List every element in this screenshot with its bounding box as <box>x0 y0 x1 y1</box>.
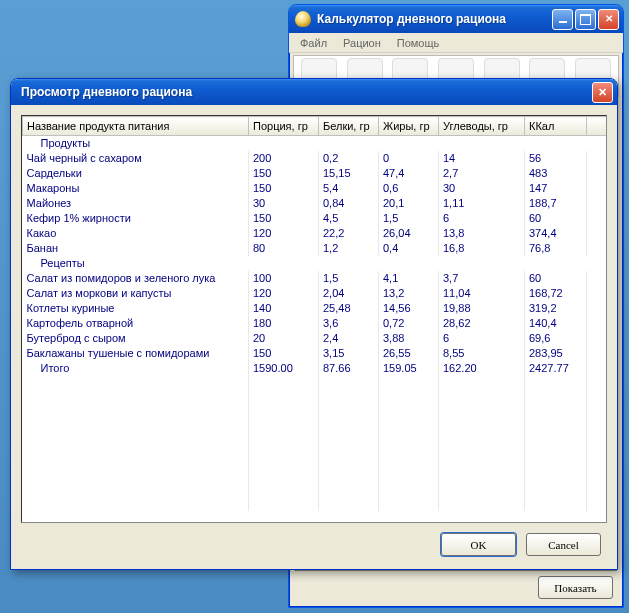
cell-protein: 0,2 <box>319 151 379 166</box>
table-row[interactable]: Салат из моркови и капусты1202,0413,211,… <box>23 286 607 301</box>
cell-name: Картофель отварной <box>23 316 249 331</box>
col-carbs[interactable]: Углеводы, гр <box>439 117 525 136</box>
dialog-titlebar[interactable]: Просмотр дневного рациона <box>11 79 617 105</box>
empty-row <box>23 481 607 496</box>
cell-portion: 150 <box>249 181 319 196</box>
table-row[interactable]: Какао12022,226,0413,8374,4 <box>23 226 607 241</box>
empty-row <box>23 421 607 436</box>
col-protein[interactable]: Белки, гр <box>319 117 379 136</box>
cell-portion: 150 <box>249 166 319 181</box>
cell-portion: 180 <box>249 316 319 331</box>
cell-portion: 20 <box>249 331 319 346</box>
cell-name: Майонез <box>23 196 249 211</box>
cell-fat: 1,5 <box>379 211 439 226</box>
cell-fat: 13,2 <box>379 286 439 301</box>
cell-carbs: 6 <box>439 331 525 346</box>
cell-carbs: 11,04 <box>439 286 525 301</box>
cell-carbs: 30 <box>439 181 525 196</box>
cell-kcal: 147 <box>525 181 587 196</box>
col-name[interactable]: Название продукта питания <box>23 117 249 136</box>
table-row[interactable]: Котлеты куриные14025,4814,5619,88319,2 <box>23 301 607 316</box>
empty-row <box>23 466 607 481</box>
empty-row <box>23 496 607 511</box>
cell-name: Итого <box>23 361 249 376</box>
table-row[interactable]: Макароны1505,40,630147 <box>23 181 607 196</box>
col-fat[interactable]: Жиры, гр <box>379 117 439 136</box>
cell-carbs: 14 <box>439 151 525 166</box>
cell-protein: 3,15 <box>319 346 379 361</box>
cell-portion: 140 <box>249 301 319 316</box>
cell-portion: 150 <box>249 211 319 226</box>
ok-button[interactable]: OK <box>441 533 516 556</box>
cell-name: Кефир 1% жирности <box>23 211 249 226</box>
cell-fat: 0,72 <box>379 316 439 331</box>
table-row[interactable]: Майонез300,8420,11,11188,7 <box>23 196 607 211</box>
cell-name: Чай черный с сахаром <box>23 151 249 166</box>
back-titlebar[interactable]: Калькулятор дневного рациона <box>289 5 623 33</box>
table-row[interactable]: Салат из помидоров и зеленого лука1001,5… <box>23 271 607 286</box>
close-button[interactable] <box>598 9 619 30</box>
cell-carbs: 6 <box>439 211 525 226</box>
cell-protein: 3,6 <box>319 316 379 331</box>
cell-name: Какао <box>23 226 249 241</box>
cell-portion: 100 <box>249 271 319 286</box>
dialog-close-button[interactable] <box>592 82 613 103</box>
table-row[interactable]: Баклажаны тушеные с помидорами1503,1526,… <box>23 346 607 361</box>
cell-carbs: 28,62 <box>439 316 525 331</box>
cell-kcal: 483 <box>525 166 587 181</box>
empty-row <box>23 391 607 406</box>
table-row[interactable]: Итого1590.0087.66159.05162.202427.77 <box>23 361 607 376</box>
col-portion[interactable]: Порция, гр <box>249 117 319 136</box>
cell-portion: 120 <box>249 286 319 301</box>
table-row[interactable]: Банан801,20,416,876,8 <box>23 241 607 256</box>
minimize-button[interactable] <box>552 9 573 30</box>
col-spacer <box>587 117 607 136</box>
cancel-button[interactable]: Cancel <box>526 533 601 556</box>
cell-portion: 120 <box>249 226 319 241</box>
col-kcal[interactable]: ККал <box>525 117 587 136</box>
cell-kcal: 374,4 <box>525 226 587 241</box>
cell-portion: 1590.00 <box>249 361 319 376</box>
cell-fat: 0,4 <box>379 241 439 256</box>
cell-protein: 1,5 <box>319 271 379 286</box>
cell-carbs: 8,55 <box>439 346 525 361</box>
cell-protein: 0,84 <box>319 196 379 211</box>
cell-protein: 2,04 <box>319 286 379 301</box>
cell-name: Баклажаны тушеные с помидорами <box>23 346 249 361</box>
table-row[interactable]: Чай черный с сахаром2000,201456 <box>23 151 607 166</box>
cell-name: Салат из помидоров и зеленого лука <box>23 271 249 286</box>
view-ration-dialog: Просмотр дневного рациона Название проду… <box>10 78 618 570</box>
cell-fat: 159.05 <box>379 361 439 376</box>
table-row[interactable]: Сардельки15015,1547,42,7483 <box>23 166 607 181</box>
table-row[interactable]: Бутерброд с сыром202,43,88669,6 <box>23 331 607 346</box>
menu-ration[interactable]: Рацион <box>336 35 388 51</box>
cell-carbs: 162.20 <box>439 361 525 376</box>
cell-kcal: 168,72 <box>525 286 587 301</box>
cell-kcal: 319,2 <box>525 301 587 316</box>
table-row[interactable]: Кефир 1% жирности1504,51,5660 <box>23 211 607 226</box>
cell-fat: 26,04 <box>379 226 439 241</box>
cell-fat: 0 <box>379 151 439 166</box>
cell-carbs: 19,88 <box>439 301 525 316</box>
section-row: Продукты <box>23 136 607 151</box>
cell-kcal: 188,7 <box>525 196 587 211</box>
cell-name: Бутерброд с сыром <box>23 331 249 346</box>
cell-kcal: 2427.77 <box>525 361 587 376</box>
cell-fat: 14,56 <box>379 301 439 316</box>
cell-name: Салат из моркови и капусты <box>23 286 249 301</box>
table-row[interactable]: Картофель отварной1803,60,7228,62140,4 <box>23 316 607 331</box>
cell-portion: 150 <box>249 346 319 361</box>
menu-file[interactable]: Файл <box>293 35 334 51</box>
ration-grid[interactable]: Название продукта питания Порция, гр Бел… <box>21 115 607 523</box>
menu-help[interactable]: Помощь <box>390 35 447 51</box>
cell-protein: 4,5 <box>319 211 379 226</box>
cell-name: Котлеты куриные <box>23 301 249 316</box>
cell-kcal: 56 <box>525 151 587 166</box>
show-button[interactable]: Показать <box>538 576 613 599</box>
empty-row <box>23 376 607 391</box>
cell-protein: 15,15 <box>319 166 379 181</box>
cell-kcal: 283,95 <box>525 346 587 361</box>
maximize-button[interactable] <box>575 9 596 30</box>
cell-portion: 200 <box>249 151 319 166</box>
grid-header-row: Название продукта питания Порция, гр Бел… <box>23 117 607 136</box>
